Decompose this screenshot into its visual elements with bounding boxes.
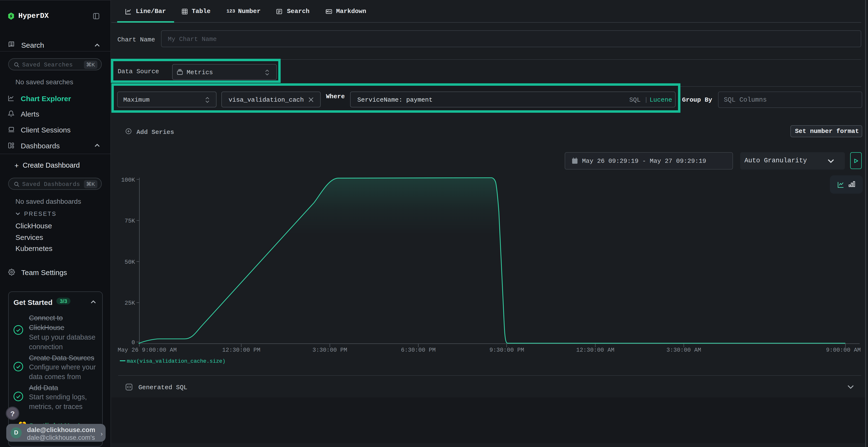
svg-text:9:30:00 PM: 9:30:00 PM (490, 347, 524, 353)
svg-text:12:30:00 AM: 12:30:00 AM (576, 347, 614, 353)
svg-text:3:30:00 PM: 3:30:00 PM (312, 347, 347, 353)
svg-text:100K: 100K (121, 177, 135, 183)
svg-text:50K: 50K (125, 259, 135, 265)
svg-text:3:30:00 AM: 3:30:00 AM (666, 347, 701, 353)
svg-text:max(visa_validation_cache.size: max(visa_validation_cache.size) (127, 358, 225, 365)
svg-text:75K: 75K (125, 218, 135, 224)
svg-text:0: 0 (132, 339, 135, 346)
svg-text:9:00:00 AM: 9:00:00 AM (826, 347, 861, 353)
svg-text:May 26 9:00:00 AM: May 26 9:00:00 AM (118, 347, 177, 353)
svg-text:25K: 25K (125, 300, 135, 306)
svg-text:6:30:00 PM: 6:30:00 PM (401, 347, 436, 353)
svg-text:12:30:00 PM: 12:30:00 PM (222, 347, 260, 353)
